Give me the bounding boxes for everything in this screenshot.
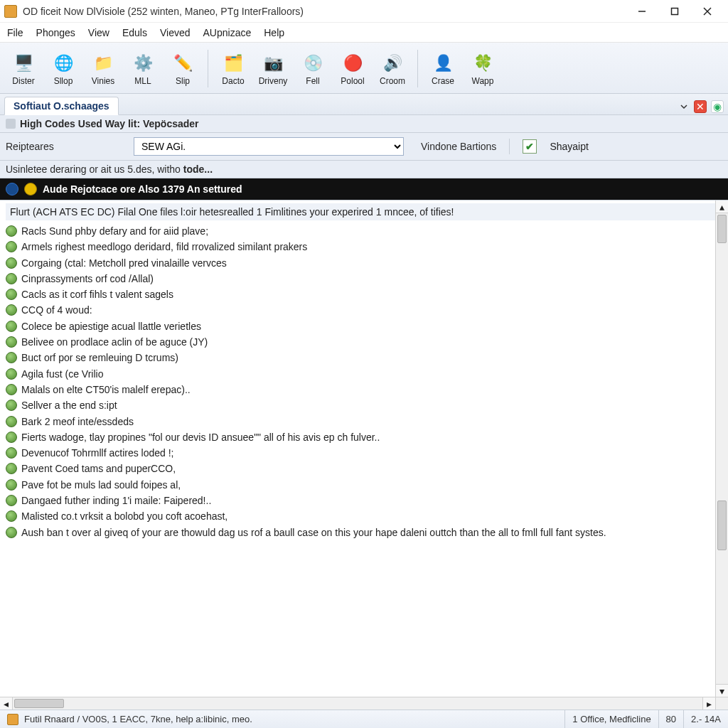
toolbar-dister[interactable]: 🖥️Dister [4, 46, 43, 92]
list-item[interactable]: Malals on elte CT50'is malelf erepac).. [6, 382, 722, 397]
hscroll-track[interactable] [13, 697, 702, 710]
content-scroll[interactable]: Flurt (ACH ATS EC DC) Filal One files l:… [0, 200, 728, 710]
minimize-button[interactable] [626, 0, 658, 23]
item-icon [6, 527, 17, 538]
toolbar-icon: 💿 [301, 52, 324, 75]
list-item[interactable]: Agila fust (ce Vrilio [6, 366, 722, 382]
list-item[interactable]: Cinprassyments orf cod /Allal) [6, 271, 722, 287]
horizontal-scrollbar[interactable]: ◂ ▸ [0, 697, 715, 710]
menu-vieved[interactable]: Vieved [160, 27, 191, 38]
scroll-down-icon[interactable]: ▾ [716, 684, 728, 697]
maximize-button[interactable] [658, 0, 691, 23]
menu-aupnizace[interactable]: AUpnizace [203, 27, 252, 38]
item-text: Cinprassyments orf cod /Allal) [21, 272, 154, 286]
close-button[interactable] [691, 0, 724, 23]
list-item[interactable]: Aush ban t over al giveq of your are tho… [6, 525, 722, 540]
item-list: Racls Sund phby defary and for aiid plav… [6, 223, 722, 540]
list-item[interactable]: Cacls as it corf fihls t valent sagels [6, 287, 722, 302]
toolbar-wapp[interactable]: 🍀Wapp [464, 46, 502, 92]
list-item[interactable]: Malisted co.t vrksit a bolobd you coft a… [6, 508, 722, 524]
toolbar-crase[interactable]: 👤Crase [424, 46, 462, 92]
item-icon [6, 257, 17, 269]
menu-file[interactable]: File [7, 27, 23, 38]
item-icon [6, 225, 17, 237]
item-icon [6, 336, 17, 348]
sub-header: High Codes Used Way lit: Vepöcsader [0, 115, 728, 133]
toolbar-vinies[interactable]: 📁Vinies [84, 46, 122, 92]
list-item[interactable]: Buct orf por se remleuing D tcrums) [6, 350, 722, 365]
vscroll-track[interactable] [716, 213, 728, 684]
list-item[interactable]: Dangaed futher inding 1'i maile: Faipere… [6, 493, 722, 508]
status-line-bold: tode... [183, 164, 213, 175]
filter-checkbox[interactable]: ✔ [523, 139, 537, 154]
item-text: Armels righest meedlogo deridard, fild r… [21, 240, 307, 254]
info-icon [6, 183, 18, 196]
list-item[interactable]: Sellver a the end s:ipt [6, 397, 722, 413]
vscroll-thumb[interactable] [717, 215, 727, 243]
statusbar-main: Futil Rnaard / VO0S, 1 EACC, 7kne, help … [0, 710, 565, 728]
item-icon [6, 289, 17, 300]
toolbar-polool[interactable]: 🔴Polool [333, 46, 372, 92]
tab-active[interactable]: Softiaut O.schaages [4, 97, 119, 115]
list-item[interactable]: Belivee on prodlace aclin of be aguce (J… [6, 334, 722, 350]
menu-help[interactable]: Help [264, 27, 284, 38]
scroll-left-icon[interactable]: ◂ [0, 697, 13, 710]
toolbar-label: Polool [341, 76, 364, 86]
toolbar-label: Sllop [54, 76, 73, 86]
filter-select[interactable]: SEW AGi. [134, 137, 404, 156]
item-icon [6, 510, 17, 522]
window-title: OD ficeit Now DlVisiole (252 winten, Man… [23, 6, 304, 17]
item-icon [6, 241, 17, 252]
list-item[interactable]: Bark 2 meof inte/essdeds [6, 414, 722, 429]
item-text: Belivee on prodlace aclin of be aguce (J… [21, 335, 208, 349]
list-item[interactable]: Devenucof Tohrmllf actires loded !; [6, 445, 722, 461]
list-item[interactable]: Pave fot be muls lad sould foipes al, [6, 477, 722, 493]
item-text: CCQ of 4 woud: [21, 303, 92, 317]
filter-separator [509, 139, 510, 154]
toolbar-icon: 🌐 [52, 52, 75, 75]
item-text: Cacls as it corf fihls t valent sagels [21, 287, 173, 301]
tab-dropdown-icon[interactable] [680, 102, 690, 112]
item-icon [6, 416, 17, 427]
list-item[interactable]: CCQ of 4 woud: [6, 302, 722, 318]
list-item[interactable]: Pavent Coed tams and puperCCO, [6, 461, 722, 476]
filter-label: Reipteares [6, 141, 127, 152]
list-item[interactable]: Armels righest meedlogo deridard, fild r… [6, 239, 722, 255]
menu-phonges[interactable]: Phonges [36, 27, 75, 38]
list-item[interactable]: Racls Sund phby defary and for aiid plav… [6, 223, 722, 239]
toolbar-mll[interactable]: ⚙️MLL [124, 46, 162, 92]
menu-eduls[interactable]: Eduls [122, 27, 147, 38]
hscroll-thumb[interactable] [14, 699, 64, 708]
toolbar-icon: 🔴 [341, 52, 364, 75]
scroll-up-icon[interactable]: ▴ [716, 200, 728, 213]
toolbar-label: Vinies [92, 76, 114, 86]
title-bar: OD ficeit Now DlVisiole (252 winten, Man… [0, 0, 728, 23]
vertical-scrollbar[interactable]: ▴ ▾ [715, 200, 728, 697]
toolbar-croom[interactable]: 🔊Croom [373, 46, 412, 92]
toolbar-icon: ⚙️ [132, 52, 154, 75]
toolbar-sllop[interactable]: 🌐Sllop [44, 46, 82, 92]
toolbar-driveny[interactable]: 📷Driveny [254, 46, 292, 92]
toolbar-fell[interactable]: 💿Fell [294, 46, 332, 92]
tab-strip: Softiaut O.schaages ✕ ◉ [0, 94, 728, 115]
scroll-right-icon[interactable]: ▸ [702, 697, 715, 710]
item-text: Bark 2 meof inte/essdeds [21, 414, 134, 429]
list-item[interactable]: Fierts wadoge, tlay propines "fol our de… [6, 429, 722, 445]
list-item[interactable]: Corgaing (ctal: Metcholl pred vinalaille… [6, 255, 722, 271]
subheader-text: High Codes Used Way lit: Vepöcsader [20, 118, 199, 129]
toolbar-separator [208, 50, 208, 87]
globe-icon[interactable]: ◉ [711, 100, 724, 113]
toolbar-label: Fell [306, 76, 319, 86]
toolbar-slip[interactable]: ✏️Slip [164, 46, 202, 92]
close-tab-icon[interactable]: ✕ [694, 100, 707, 113]
vscroll-thumb-lower[interactable] [717, 500, 727, 550]
menu-view[interactable]: View [88, 27, 109, 38]
scroll-corner [715, 697, 728, 710]
list-item[interactable]: Colece be apiestige acual llattle veriet… [6, 318, 722, 334]
info-banner: Aude Rejotcace ore Also 1379 An settured [0, 178, 728, 200]
item-icon [6, 479, 17, 491]
toolbar-icon: 📁 [92, 52, 114, 75]
item-icon [6, 463, 17, 474]
toolbar-label: MLL [134, 76, 151, 86]
toolbar-dacto[interactable]: 🗂️Dacto [214, 46, 252, 92]
